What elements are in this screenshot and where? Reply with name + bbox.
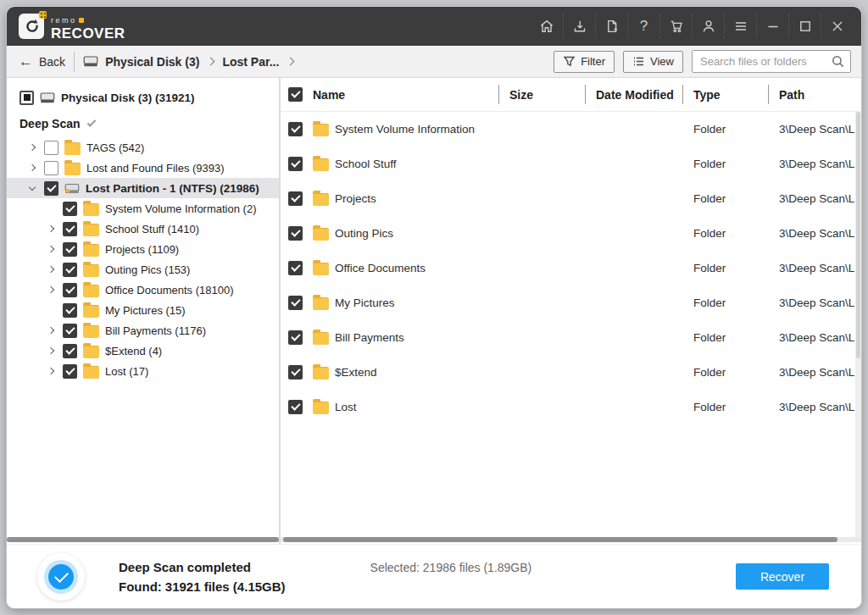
scrollbar-thumb[interactable] bbox=[856, 112, 860, 358]
expand-chevron-icon[interactable] bbox=[47, 327, 54, 334]
checkbox[interactable] bbox=[288, 261, 303, 275]
checkbox[interactable] bbox=[288, 365, 303, 380]
checkbox[interactable] bbox=[63, 364, 77, 379]
tree-item-lost-and-found[interactable]: Lost and Found Files (9393) bbox=[7, 158, 279, 178]
table-horizontal-scrollbar[interactable] bbox=[281, 537, 861, 542]
checkbox[interactable] bbox=[288, 122, 303, 136]
breadcrumb-partition[interactable]: Lost Par... bbox=[222, 55, 279, 69]
column-header-name[interactable]: Name bbox=[311, 88, 498, 102]
titlebar-actions: ? bbox=[531, 7, 853, 46]
checkbox[interactable] bbox=[63, 202, 77, 216]
table-row[interactable]: System Volume Information Folder 3\Deep … bbox=[281, 112, 861, 147]
expand-chevron-icon[interactable] bbox=[29, 164, 36, 171]
cell-name: My Pictures bbox=[333, 296, 498, 309]
column-header-date-modified[interactable]: Date Modified bbox=[596, 88, 674, 102]
expand-chevron-icon[interactable] bbox=[47, 347, 54, 354]
account-icon[interactable] bbox=[692, 14, 724, 38]
column-header-type[interactable]: Type bbox=[693, 88, 721, 102]
checkbox[interactable] bbox=[63, 222, 77, 236]
checkbox[interactable] bbox=[63, 242, 77, 257]
checkbox[interactable] bbox=[63, 303, 77, 318]
scrollbar-thumb[interactable] bbox=[7, 537, 279, 542]
minimize-icon[interactable] bbox=[756, 14, 788, 38]
search-input[interactable] bbox=[700, 55, 831, 68]
back-button[interactable]: ← Back bbox=[19, 54, 65, 69]
tree-item-extend[interactable]: $Extend (4) bbox=[7, 341, 279, 361]
table-row[interactable]: Outing Pics Folder 3\Deep Scan\L bbox=[281, 216, 861, 251]
table-row[interactable]: $Extend Folder 3\Deep Scan\L bbox=[281, 355, 861, 390]
tree-item-label: $Extend (4) bbox=[105, 345, 162, 357]
table-header: Name Size Date Modified Type Path bbox=[281, 78, 861, 112]
expand-chevron-icon[interactable] bbox=[29, 144, 36, 151]
expand-chevron-icon[interactable] bbox=[47, 286, 54, 293]
tree-item-projects[interactable]: Projects (1109) bbox=[7, 239, 279, 259]
tree-item-system-volume-information[interactable]: System Volume Information (2) bbox=[7, 198, 279, 219]
checkbox[interactable] bbox=[63, 344, 77, 358]
cell-name: School Stuff bbox=[333, 158, 498, 170]
expand-chevron-icon[interactable] bbox=[47, 225, 54, 232]
folder-icon bbox=[83, 305, 99, 318]
checkbox[interactable] bbox=[288, 191, 303, 206]
expand-chevron-icon[interactable] bbox=[47, 368, 54, 374]
expand-chevron-icon[interactable] bbox=[47, 246, 54, 252]
expand-chevron-icon[interactable] bbox=[47, 266, 54, 273]
menu-icon[interactable] bbox=[724, 14, 756, 38]
found-label: Found: bbox=[119, 579, 162, 594]
tree-item-bill-payments[interactable]: Bill Payments (1176) bbox=[7, 320, 279, 341]
checkbox[interactable] bbox=[19, 91, 34, 105]
scrollbar-thumb[interactable] bbox=[283, 537, 837, 542]
tree-item-office-documents[interactable]: Office Documents (18100) bbox=[7, 280, 279, 300]
checkbox[interactable] bbox=[288, 296, 303, 310]
checkbox[interactable] bbox=[44, 141, 58, 155]
tree-item-school-stuff[interactable]: School Stuff (1410) bbox=[7, 219, 279, 239]
table-row[interactable]: Bill Payments Folder 3\Deep Scan\L bbox=[281, 320, 861, 355]
check-icon bbox=[86, 118, 96, 127]
checkbox[interactable] bbox=[63, 263, 77, 277]
checkbox[interactable] bbox=[288, 330, 303, 345]
tree-item-physical-disk[interactable]: Physical Disk (3) (31921) bbox=[7, 86, 279, 108]
breadcrumb-disk[interactable]: Physical Disk (3) bbox=[105, 55, 199, 69]
maximize-icon[interactable] bbox=[788, 14, 821, 38]
folder-icon bbox=[64, 163, 81, 175]
found-value: 31921 files (4.15GB) bbox=[165, 579, 286, 594]
checkbox[interactable] bbox=[288, 157, 303, 171]
save-session-icon[interactable] bbox=[563, 14, 595, 38]
cart-icon[interactable] bbox=[659, 14, 692, 38]
table-row[interactable]: Projects Folder 3\Deep Scan\L bbox=[281, 181, 861, 216]
folder-icon bbox=[83, 224, 99, 236]
table-row[interactable]: School Stuff Folder 3\Deep Scan\L bbox=[281, 147, 861, 181]
back-arrow-icon: ← bbox=[19, 54, 33, 69]
table-vertical-scrollbar[interactable] bbox=[855, 112, 861, 537]
table-row[interactable]: Office Documents Folder 3\Deep Scan\L bbox=[281, 251, 861, 285]
checkbox[interactable] bbox=[44, 181, 58, 196]
tree-item-my-pictures[interactable]: My Pictures (15) bbox=[7, 300, 279, 320]
close-icon[interactable] bbox=[821, 14, 853, 38]
tree-item-lost[interactable]: Lost (17) bbox=[7, 361, 279, 381]
cell-name: $Extend bbox=[333, 366, 498, 379]
checkbox[interactable] bbox=[63, 324, 77, 338]
lost-partition-disk-icon bbox=[64, 182, 80, 195]
checkbox[interactable] bbox=[44, 161, 58, 175]
collapse-chevron-icon[interactable] bbox=[29, 184, 36, 191]
tree-item-tags[interactable]: TAGS (542) bbox=[7, 137, 279, 158]
table-row[interactable]: My Pictures Folder 3\Deep Scan\L bbox=[281, 285, 861, 320]
recover-button[interactable]: Recover bbox=[736, 563, 829, 590]
select-all-checkbox[interactable] bbox=[288, 87, 303, 102]
home-icon[interactable] bbox=[531, 14, 563, 38]
checkbox[interactable] bbox=[288, 226, 303, 241]
sidebar-horizontal-scrollbar[interactable] bbox=[7, 537, 279, 542]
table-row[interactable]: Lost Folder 3\Deep Scan\L bbox=[281, 390, 861, 424]
checkbox[interactable] bbox=[63, 283, 77, 297]
checkbox[interactable] bbox=[288, 400, 303, 414]
column-header-path[interactable]: Path bbox=[779, 88, 804, 102]
filter-button[interactable]: Filter bbox=[554, 51, 615, 73]
column-header-size[interactable]: Size bbox=[509, 88, 533, 102]
tree-item-outing-pics[interactable]: Outing Pics (153) bbox=[7, 259, 279, 280]
search-icon[interactable] bbox=[831, 54, 845, 69]
chevron-right-icon bbox=[207, 58, 215, 66]
open-file-icon[interactable] bbox=[595, 14, 627, 38]
help-icon[interactable]: ? bbox=[627, 14, 659, 38]
folder-icon bbox=[313, 124, 329, 136]
tree-item-lost-partition[interactable]: Lost Partition - 1 (NTFS) (21986) bbox=[7, 178, 279, 198]
view-button[interactable]: View bbox=[623, 51, 683, 73]
